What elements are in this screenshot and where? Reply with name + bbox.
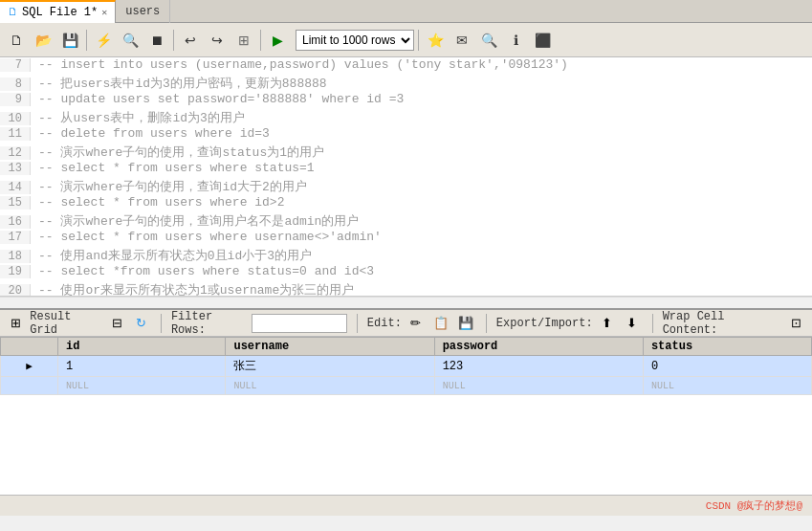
line-number: 12 bbox=[0, 146, 31, 160]
status-text: CSDN @疯子的梦想@ bbox=[706, 498, 802, 513]
editor-line[interactable]: 11-- delete from users where id=3 bbox=[0, 126, 812, 144]
export-section: Export/Import: ⬆ ⬇ bbox=[496, 313, 643, 334]
status-bar: CSDN @疯子的梦想@ bbox=[0, 495, 812, 516]
table-cell[interactable]: 0 bbox=[643, 356, 811, 377]
export-btn1[interactable]: ⬆ bbox=[597, 313, 618, 334]
star-button[interactable]: ⭐ bbox=[423, 28, 448, 53]
table-cell[interactable]: 1 bbox=[58, 356, 226, 377]
edit-label: Edit: bbox=[367, 317, 402, 330]
line-content: -- insert into users (username,password)… bbox=[31, 57, 568, 72]
col-username: username bbox=[226, 338, 434, 356]
tab-sql-label: SQL File 1* bbox=[22, 6, 98, 19]
result-refresh-button[interactable]: ↻ bbox=[131, 313, 151, 334]
editor-line[interactable]: 14-- 演示where子句的使用，查询id大于2的用户 bbox=[0, 178, 812, 195]
null-text: NULL bbox=[443, 381, 466, 391]
line-number: 19 bbox=[0, 265, 31, 278]
explain-button[interactable]: 🔍 bbox=[118, 28, 143, 53]
line-content: -- update users set password='888888' wh… bbox=[31, 92, 404, 106]
hscroll[interactable] bbox=[0, 297, 812, 308]
send-button[interactable]: ✉ bbox=[450, 28, 474, 53]
tab-close-sql[interactable]: ✕ bbox=[101, 7, 107, 18]
editor-line[interactable]: 15-- select * from users where id>2 bbox=[0, 195, 812, 212]
export-label: Export/Import: bbox=[496, 317, 593, 330]
col-password: password bbox=[434, 338, 643, 356]
open-button[interactable]: 📂 bbox=[31, 28, 55, 53]
editor-line[interactable]: 19-- select *from users where status=0 a… bbox=[0, 264, 812, 281]
editor-line[interactable]: 16-- 演示where子句的使用，查询用户名不是admin的用户 bbox=[0, 212, 812, 230]
tab-sql-icon: 🗋 bbox=[8, 6, 18, 18]
sep2 bbox=[173, 30, 174, 51]
col-id: id bbox=[58, 338, 226, 356]
line-number: 13 bbox=[0, 162, 31, 175]
rt-sep1 bbox=[161, 314, 162, 333]
result-grid-icon2[interactable]: ⊟ bbox=[106, 313, 126, 334]
line-content: -- 把users表中id为3的用户密码，更新为888888 bbox=[31, 75, 327, 92]
line-number: 18 bbox=[0, 250, 31, 263]
run-button[interactable]: ▶ bbox=[265, 28, 290, 53]
tab-users[interactable]: users bbox=[116, 0, 170, 23]
results-toolbar: ⊞ Result Grid ⊟ ↻ Filter Rows: Edit: ✏ 📋… bbox=[0, 308, 812, 337]
table-cell[interactable]: 123 bbox=[434, 356, 643, 377]
new-file-button[interactable]: 🗋 bbox=[4, 28, 29, 53]
edit-btn3[interactable]: 💾 bbox=[455, 313, 476, 334]
line-number: 8 bbox=[0, 77, 31, 91]
toolbar: 🗋 📂 💾 ⚡ 🔍 ⏹ ↩ ↪ ⊞ ▶ Limit to 1000 rows ⭐… bbox=[0, 23, 812, 57]
editor-line[interactable]: 8-- 把users表中id为3的用户密码，更新为888888 bbox=[0, 75, 812, 92]
line-number: 17 bbox=[0, 231, 31, 244]
line-content: -- 使用and来显示所有状态为0且id小于3的用户 bbox=[31, 247, 312, 264]
edit-section: Edit: ✏ 📋 💾 bbox=[367, 313, 476, 334]
export-button[interactable]: ⬛ bbox=[530, 28, 555, 53]
info-button[interactable]: ℹ bbox=[503, 28, 528, 53]
sep1 bbox=[86, 30, 87, 51]
null-cell: NULL bbox=[643, 377, 811, 395]
line-number: 20 bbox=[0, 284, 31, 296]
line-number: 11 bbox=[0, 127, 31, 141]
line-number: 15 bbox=[0, 196, 31, 210]
stop-button[interactable]: ⏹ bbox=[144, 28, 169, 53]
search-button[interactable]: 🔍 bbox=[476, 28, 501, 53]
editor-line[interactable]: 13-- select * from users where status=1 bbox=[0, 161, 812, 178]
editor-line[interactable]: 10-- 从users表中，删除id为3的用户 bbox=[0, 109, 812, 126]
edit-btn2[interactable]: 📋 bbox=[430, 313, 451, 334]
editor-line[interactable]: 20-- 使用or来显示所有状态为1或username为张三的用户 bbox=[0, 281, 812, 296]
line-content: -- 演示where子句的使用，查询id大于2的用户 bbox=[31, 178, 307, 195]
result-table: id username password status ▶1张三1230NULL… bbox=[0, 337, 812, 395]
result-grid-section: ⊞ Result Grid ⊟ ↻ bbox=[6, 310, 151, 337]
row-indicator-header bbox=[1, 338, 58, 356]
wrap-section: Wrap Cell Content: ⊡ bbox=[663, 310, 806, 337]
results-panel: ⊞ Result Grid ⊟ ↻ Filter Rows: Edit: ✏ 📋… bbox=[0, 308, 812, 495]
editor-lines[interactable]: 7-- insert into users (username,password… bbox=[0, 57, 812, 296]
wrap-label: Wrap Cell Content: bbox=[663, 310, 782, 337]
line-content: -- delete from users where id=3 bbox=[31, 126, 270, 141]
filter-input[interactable] bbox=[252, 314, 347, 333]
editor[interactable]: 7-- insert into users (username,password… bbox=[0, 57, 812, 297]
sep4 bbox=[418, 30, 419, 51]
editor-line[interactable]: 18-- 使用and来显示所有状态为0且id小于3的用户 bbox=[0, 247, 812, 264]
result-grid-button[interactable]: ⊞ bbox=[6, 313, 26, 334]
limit-select[interactable]: Limit to 1000 rows bbox=[296, 30, 414, 51]
line-content: -- select * from users where username<>'… bbox=[31, 230, 382, 244]
table-row[interactable]: ▶1张三1230 bbox=[1, 356, 812, 377]
undo-button[interactable]: ↩ bbox=[178, 28, 203, 53]
tab-sql-file[interactable]: 🗋 SQL File 1* ✕ bbox=[0, 0, 116, 23]
editor-line[interactable]: 9-- update users set password='888888' w… bbox=[0, 92, 812, 109]
rt-sep4 bbox=[652, 314, 653, 333]
save-button[interactable]: 💾 bbox=[57, 28, 82, 53]
editor-line[interactable]: 7-- insert into users (username,password… bbox=[0, 57, 812, 75]
edit-btn1[interactable]: ✏ bbox=[406, 313, 427, 334]
result-table-wrap[interactable]: id username password status ▶1张三1230NULL… bbox=[0, 337, 812, 495]
export-btn2[interactable]: ⬇ bbox=[622, 313, 643, 334]
editor-line[interactable]: 12-- 演示where子句的使用，查询status为1的用户 bbox=[0, 144, 812, 161]
wrap-btn[interactable]: ⊡ bbox=[786, 313, 806, 334]
null-text: NULL bbox=[66, 381, 89, 391]
rt-sep2 bbox=[357, 314, 358, 333]
execute-button[interactable]: ⚡ bbox=[91, 28, 116, 53]
table-cell[interactable]: 张三 bbox=[226, 356, 434, 377]
format-button[interactable]: ⊞ bbox=[231, 28, 256, 53]
editor-line[interactable]: 17-- select * from users where username<… bbox=[0, 230, 812, 247]
line-number: 16 bbox=[0, 215, 31, 229]
table-null-row: NULLNULLNULLNULL bbox=[1, 377, 812, 395]
redo-button[interactable]: ↪ bbox=[205, 28, 230, 53]
line-number: 9 bbox=[0, 93, 31, 106]
line-number: 7 bbox=[0, 58, 31, 72]
